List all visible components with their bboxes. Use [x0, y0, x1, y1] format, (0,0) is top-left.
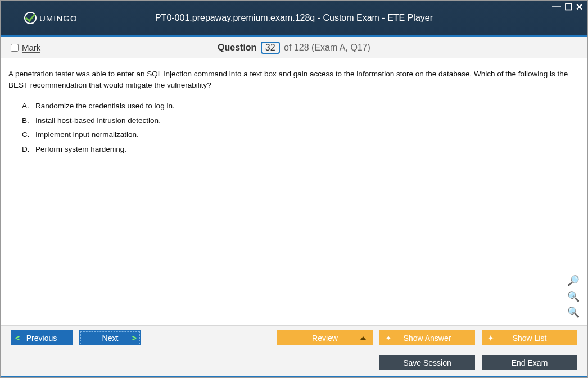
question-counter: Question 32 of 128 (Exam A, Q17) [1, 42, 587, 54]
option-a[interactable]: A.Randomize the credentials used to log … [22, 101, 580, 112]
end-exam-button[interactable]: End Exam [482, 355, 577, 370]
save-session-button[interactable]: Save Session [379, 355, 475, 370]
caret-up-icon [360, 336, 366, 340]
zoom-controls: 🔍 🔍＋ 🔍－ [567, 275, 580, 318]
close-icon[interactable]: ✕ [576, 2, 584, 12]
option-d[interactable]: D.Perform system hardening. [22, 144, 580, 155]
bottom-bar: Save Session End Exam [1, 350, 587, 376]
content-area: A penetration tester was able to enter a… [1, 58, 587, 325]
window-controls: — ☐ ✕ [552, 2, 584, 12]
show-list-button[interactable]: ✦ Show List [482, 330, 577, 345]
previous-button[interactable]: < Previous [11, 330, 73, 345]
show-answer-button[interactable]: ✦ Show Answer [379, 330, 475, 345]
chevron-left-icon: < [15, 334, 20, 343]
question-text: A penetration tester was able to enter a… [8, 69, 580, 90]
next-button[interactable]: Next > [79, 330, 141, 345]
puzzle-icon: ✦ [385, 334, 392, 343]
question-of-text: of 128 (Exam A, Q17) [284, 43, 370, 52]
window-title: PT0-001.prepaway.premium.exam.128q - Cus… [1, 13, 587, 23]
zoom-in-icon[interactable]: 🔍＋ [567, 290, 580, 303]
option-b[interactable]: B.Install host-based intrusion detection… [22, 115, 580, 126]
search-icon[interactable]: 🔍 [567, 275, 580, 287]
review-button[interactable]: Review [277, 330, 373, 345]
titlebar: UMINGO PT0-001.prepaway.premium.exam.128… [1, 1, 587, 35]
question-number[interactable]: 32 [261, 42, 280, 54]
minimize-icon[interactable]: — [552, 2, 562, 12]
option-c[interactable]: C.Implement input normalization. [22, 129, 580, 140]
question-bar: Mark Question 32 of 128 (Exam A, Q17) [1, 37, 587, 58]
chevron-right-icon: > [132, 334, 137, 343]
zoom-out-icon[interactable]: 🔍－ [567, 306, 580, 318]
puzzle-icon: ✦ [487, 334, 494, 343]
separator-bottom [1, 376, 587, 377]
toolbar: < Previous Next > Review ✦ Show Answer ✦… [1, 325, 587, 350]
options-list: A.Randomize the credentials used to log … [22, 101, 580, 154]
question-label: Question [218, 43, 256, 52]
maximize-icon[interactable]: ☐ [564, 2, 573, 12]
